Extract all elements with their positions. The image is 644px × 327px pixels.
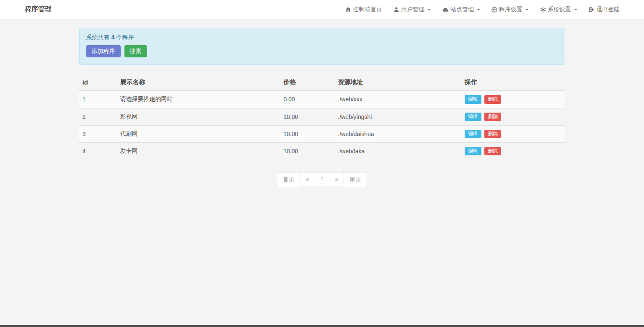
navbar: 程序管理 控制端首页 用户管理 [0,0,644,19]
home-icon [345,7,351,13]
nav-item-user-management[interactable]: 用户管理 [393,6,431,13]
nav-item-label: 站点管理 [450,6,474,13]
cell-name: 请选择要搭建的网站 [117,91,280,108]
search-button[interactable]: 搜索 [124,45,147,57]
cell-price: 10.00 [280,142,335,160]
add-program-button[interactable]: 添加程序 [86,45,121,57]
edit-button[interactable]: 编辑 [465,147,481,155]
edit-button[interactable]: 编辑 [465,130,481,138]
cell-actions: 编辑 删除 [461,142,565,160]
nav-item-logout[interactable]: 退出登陆 [589,6,620,13]
cell-path: ./web/xxx [335,91,461,108]
cell-path: ./web/daishua [335,125,461,142]
pagination-first[interactable]: 首页 [277,172,300,187]
pagination: 首页 « 1 » 尾页 [79,172,565,187]
delete-button[interactable]: 删除 [484,130,501,138]
cell-actions: 编辑 删除 [461,91,565,108]
chevron-down-icon [477,9,480,10]
main-content: 系统共有 4 个程序 添加程序 搜索 id 展示名称 价格 资源地址 操作 1 … [79,28,565,187]
nav-item-label: 系统设置 [548,6,571,13]
header-price: 价格 [280,75,335,91]
cell-price: 10.00 [280,108,335,125]
table-row: 1 请选择要搭建的网站 0.00 ./web/xxx 编辑 删除 [79,91,565,108]
nav-item-label: 用户管理 [401,6,424,13]
navbar-menu: 控制端首页 用户管理 站点管理 [345,6,620,13]
nav-item-label: 程序设置 [499,6,522,13]
nav-item-program-settings[interactable]: 程序设置 [491,6,529,13]
cell-id: 2 [79,108,117,125]
cell-name: 发卡网 [117,142,280,160]
edit-button[interactable]: 编辑 [465,95,481,103]
header-actions: 操作 [461,75,565,91]
pagination-next[interactable]: » [329,172,344,186]
asterisk-icon [540,7,546,13]
cell-path: ./web/yingshi [335,108,461,125]
cell-actions: 编辑 删除 [461,125,565,142]
nav-item-label: 退出登陆 [596,6,620,13]
cell-name: 代刷网 [117,125,280,142]
delete-button[interactable]: 删除 [484,147,501,155]
table-row: 4 发卡网 10.00 ./web/faka 编辑 删除 [79,142,565,160]
globe-icon [491,7,497,13]
chevron-down-icon [525,9,529,10]
cell-id: 4 [79,142,117,160]
user-icon [393,7,399,13]
cell-price: 0.00 [280,91,335,108]
sign-out-icon [589,7,595,13]
chevron-down-icon [574,9,577,10]
delete-button[interactable]: 删除 [484,95,501,103]
table-row: 2 影视网 10.00 ./web/yingshi 编辑 删除 [79,108,565,125]
cell-id: 3 [79,125,117,142]
header-path: 资源地址 [335,75,461,91]
nav-item-system-settings[interactable]: 系统设置 [540,6,577,13]
delete-button[interactable]: 删除 [484,113,501,121]
bottom-bar [0,325,644,327]
chevron-down-icon [427,9,431,10]
cell-price: 10.00 [280,125,335,142]
cell-name: 影视网 [117,108,280,125]
nav-item-control-home[interactable]: 控制端首页 [345,6,382,13]
programs-table: id 展示名称 价格 资源地址 操作 1 请选择要搭建的网站 0.00 ./we… [79,75,565,160]
program-count: 4 [111,33,114,41]
nav-item-site-management[interactable]: 站点管理 [442,6,480,13]
pagination-page-1[interactable]: 1 [315,172,330,186]
pagination-prev[interactable]: « [300,172,315,186]
nav-item-label: 控制端首页 [353,6,382,13]
header-name: 展示名称 [117,75,280,91]
cell-actions: 编辑 删除 [461,108,565,125]
table-row: 3 代刷网 10.00 ./web/daishua 编辑 删除 [79,125,565,142]
edit-button[interactable]: 编辑 [465,113,481,121]
header-id: id [79,75,117,91]
cloud-icon [442,7,449,13]
page-title[interactable]: 程序管理 [25,5,52,14]
cell-id: 1 [79,91,117,108]
cell-path: ./web/faka [335,142,461,160]
program-count-text: 系统共有 4 个程序 [86,33,558,41]
info-alert: 系统共有 4 个程序 添加程序 搜索 [79,28,565,65]
pagination-last[interactable]: 尾页 [344,172,367,187]
table-header-row: id 展示名称 价格 资源地址 操作 [79,75,565,91]
